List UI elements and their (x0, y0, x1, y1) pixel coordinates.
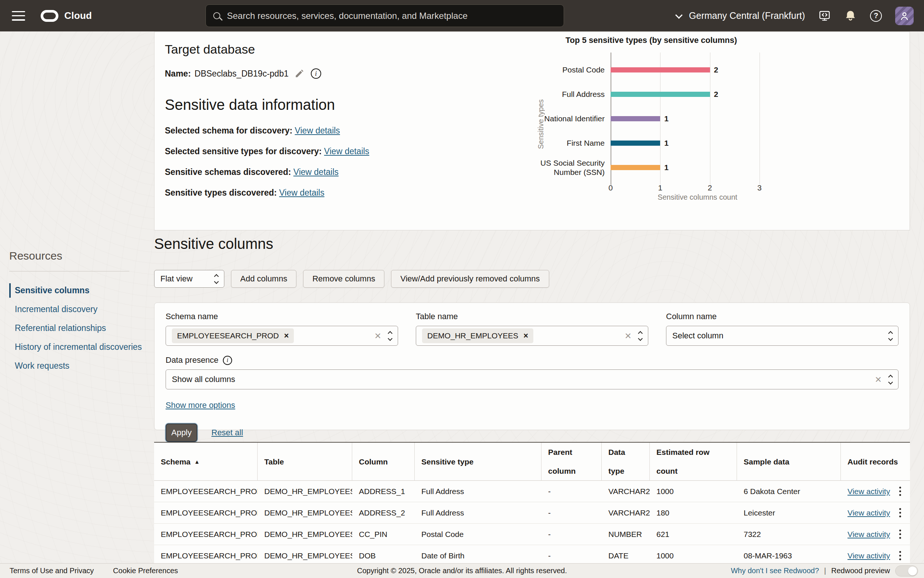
terms-link[interactable]: Terms of Use and Privacy (10, 567, 94, 575)
cookie-preferences-link[interactable]: Cookie Preferences (113, 567, 178, 575)
sidebar-item-work-requests[interactable]: Work requests (9, 357, 146, 375)
chart-x-axis-label: Sensitive columns count (610, 193, 784, 201)
column-header-label: Estimated row count (656, 443, 730, 481)
remove-columns-button[interactable]: Remove columns (303, 270, 384, 288)
why-redwood-link[interactable]: Why don't I see Redwood? (731, 567, 819, 575)
edit-pencil-icon[interactable] (295, 69, 304, 78)
chart-bar-row: Full Address2 (533, 82, 814, 107)
reset-all-link[interactable]: Reset all (211, 428, 243, 437)
column-header-sample-data[interactable]: Sample data (737, 443, 841, 481)
notifications-bell-icon[interactable] (844, 10, 857, 22)
chart-plot: Postal Code2Full Address2National Identi… (533, 58, 814, 180)
view-activity-link[interactable]: View activity (848, 502, 890, 523)
region-selector[interactable]: Germany Central (Frankfurt) (677, 10, 805, 21)
column-select-value: Select column (672, 331, 723, 341)
column-stepper-icon[interactable] (882, 332, 892, 340)
sidebar-item-history-of-incremental-discoveries[interactable]: History of incremental discoveries (9, 338, 146, 357)
column-header-data-type[interactable]: Data type (602, 443, 650, 481)
select-stepper-icon (207, 275, 218, 283)
data-presence-label: Data presence i (165, 356, 898, 365)
table-cell: CC_PIN (352, 524, 415, 545)
table-cell: EMPLOYEESEARCH_PROD (154, 481, 257, 502)
sidebar-item-referential-relationships[interactable]: Referential relationships (9, 319, 146, 338)
target-database-title: Target database (165, 42, 527, 57)
table-stepper-icon[interactable] (631, 332, 642, 340)
redwood-preview-toggle[interactable] (895, 565, 918, 576)
menu-icon[interactable] (12, 11, 25, 21)
view-mode-select[interactable]: Flat view (154, 270, 224, 288)
audit-records-cell: View activity (841, 481, 910, 502)
audit-records-cell: View activity (841, 502, 910, 524)
table-name-field[interactable]: DEMO_HR_EMPLOYEES × × (416, 326, 648, 346)
data-presence-info-icon[interactable]: i (223, 356, 232, 365)
column-header-estimated-row-count[interactable]: Estimated row count (650, 443, 737, 481)
chart-bar-row: Postal Code2 (533, 58, 814, 82)
redwood-preview-label: Redwood preview (831, 567, 890, 575)
search-input[interactable] (227, 11, 556, 21)
data-presence-clear-icon[interactable]: × (875, 374, 882, 385)
chart-value-label: 1 (664, 163, 668, 172)
sidebar-item-sensitive-columns[interactable]: Sensitive columns (9, 281, 146, 300)
row-actions-kebab-icon[interactable] (897, 527, 903, 541)
show-more-options-link[interactable]: Show more options (165, 401, 235, 410)
row-actions-kebab-icon[interactable] (897, 549, 903, 562)
table-clear-icon[interactable]: × (625, 330, 631, 341)
column-header-table[interactable]: Table (257, 443, 352, 481)
view-details-link[interactable]: View details (324, 146, 369, 156)
info-icon[interactable]: i (311, 68, 321, 79)
view-activity-link[interactable]: View activity (848, 524, 890, 545)
table-cell: VARCHAR2 (602, 481, 650, 502)
chart-bar (610, 92, 710, 97)
add-columns-button[interactable]: Add columns (231, 270, 296, 288)
data-presence-stepper-icon[interactable] (882, 375, 892, 384)
schema-clear-icon[interactable]: × (374, 330, 381, 341)
chart-bar-row: National Identifier1 (533, 107, 814, 131)
table-chip-remove-icon[interactable]: × (523, 332, 528, 340)
region-label: Germany Central (Frankfurt) (689, 10, 805, 21)
table-cell: - (542, 481, 602, 502)
resources-sidebar: Resources Sensitive columnsIncremental d… (9, 250, 146, 375)
table-cell: EMPLOYEESEARCH_PROD (154, 524, 257, 545)
view-details-link[interactable]: View details (295, 126, 340, 135)
column-header-schema[interactable]: Schema▲ (154, 443, 257, 481)
global-search[interactable] (206, 5, 564, 27)
footer: Terms of Use and Privacy Cookie Preferen… (0, 563, 924, 578)
column-header-audit-records[interactable]: Audit records (841, 443, 910, 481)
apply-button[interactable]: Apply (165, 424, 197, 442)
chart-x-tick: 0 (608, 183, 613, 192)
brand-title: Cloud (64, 10, 92, 21)
topbar: Cloud Germany Central (Frankfurt) (0, 0, 924, 31)
view-add-removed-columns-button[interactable]: View/Add previously removed columns (391, 270, 549, 288)
top5-sensitive-types-chart: Top 5 sensitive types (by sensitive colu… (533, 36, 814, 201)
column-header-column[interactable]: Column (352, 443, 415, 481)
schema-stepper-icon[interactable] (381, 332, 392, 340)
table-row: EMPLOYEESEARCH_PRODDEMO_HR_EMPLOYEESCC_P… (154, 524, 910, 545)
chevron-down-icon (675, 11, 683, 18)
data-presence-field[interactable]: Show all columns × (165, 369, 898, 390)
info-row: Selected sensitive types for discovery: … (165, 146, 527, 156)
cloud-shell-icon[interactable] (818, 10, 831, 22)
table-controls: Flat view Add columns Remove columns Vie… (154, 270, 549, 288)
view-details-link[interactable]: View details (279, 188, 324, 198)
column-header-sensitive-type[interactable]: Sensitive type (415, 443, 542, 481)
sidebar-item-incremental-discovery[interactable]: Incremental discovery (9, 300, 146, 319)
info-row: Sensitive schemas discovered: View detai… (165, 167, 527, 177)
schema-chip-remove-icon[interactable]: × (284, 332, 289, 340)
table-cell: DEMO_HR_EMPLOYEES (257, 502, 352, 524)
chart-category-label: Full Address (533, 89, 610, 99)
row-actions-kebab-icon[interactable] (897, 484, 903, 498)
table-cell: DEMO_HR_EMPLOYEES (257, 524, 352, 545)
row-actions-kebab-icon[interactable] (897, 506, 903, 520)
user-avatar[interactable] (895, 6, 914, 25)
footer-separator: | (824, 567, 826, 575)
view-details-link[interactable]: View details (293, 167, 338, 177)
view-activity-link[interactable]: View activity (848, 481, 890, 502)
help-icon[interactable]: ? (870, 10, 882, 22)
schema-name-field[interactable]: EMPLOYEESEARCH_PROD × × (165, 326, 398, 346)
info-row-label: Selected sensitive types for discovery: (165, 146, 322, 156)
chart-category-label: First Name (533, 138, 610, 148)
sensitive-data-info-title: Sensitive data information (165, 96, 527, 113)
column-header-parent-column[interactable]: Parent column (542, 443, 602, 481)
column-name-field[interactable]: Select column (666, 326, 898, 346)
table-chip-label: DEMO_HR_EMPLOYEES (427, 331, 518, 340)
